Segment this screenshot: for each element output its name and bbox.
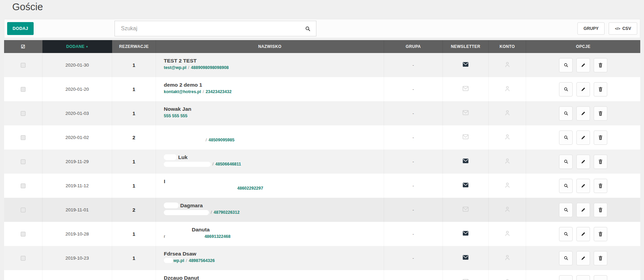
account-person-icon xyxy=(505,158,510,165)
row-checkbox[interactable] xyxy=(21,159,25,164)
row-checkbox[interactable] xyxy=(21,135,25,140)
magnifier-icon xyxy=(563,63,569,68)
row-checkbox[interactable] xyxy=(21,183,25,188)
preview-button[interactable] xyxy=(559,203,573,217)
table-row: 2019-10-281 Danutar 48691322468- xyxy=(4,222,640,246)
preview-button[interactable] xyxy=(559,155,573,169)
guest-contact: wp.pl/48987564326 xyxy=(164,258,215,264)
edit-button[interactable] xyxy=(576,275,590,280)
delete-button[interactable] xyxy=(594,179,607,193)
contact-separator: / xyxy=(186,65,191,70)
row-checkbox[interactable] xyxy=(21,111,25,116)
delete-button[interactable] xyxy=(594,130,607,145)
column-header-grupa[interactable]: GRUPA xyxy=(384,40,443,53)
row-checkbox[interactable] xyxy=(21,256,25,261)
contact-value[interactable]: kontakt@hotres.pl xyxy=(164,89,201,94)
edit-button[interactable] xyxy=(576,130,590,145)
checkbox-checked-icon[interactable]: ☑ xyxy=(21,44,25,49)
cell-group: - xyxy=(384,77,443,101)
contact-value[interactable]: 48509095985 xyxy=(208,138,234,142)
preview-button[interactable] xyxy=(559,179,573,193)
select-all-header[interactable]: ☑ xyxy=(4,40,42,53)
trash-icon xyxy=(598,63,603,68)
account-person-icon xyxy=(505,206,510,214)
delete-button[interactable] xyxy=(594,155,607,169)
account-person-icon xyxy=(505,182,510,190)
delete-button[interactable] xyxy=(594,275,607,280)
edit-button[interactable] xyxy=(576,106,590,121)
groups-button[interactable]: GRUPY xyxy=(577,22,605,35)
row-checkbox[interactable] xyxy=(21,87,25,92)
edit-button[interactable] xyxy=(576,203,590,217)
contact-separator: / xyxy=(209,210,213,215)
search-input[interactable] xyxy=(115,25,305,32)
guest-contact: 48602292297 xyxy=(164,186,263,191)
column-header-rezerwacje[interactable]: REZERWACJE xyxy=(112,40,156,53)
row-checkbox[interactable] xyxy=(21,63,25,68)
delete-button[interactable] xyxy=(594,106,607,121)
delete-button[interactable] xyxy=(594,203,607,217)
trash-icon xyxy=(598,231,603,237)
magnifier-icon xyxy=(563,111,569,116)
search-icon[interactable] xyxy=(305,26,311,32)
guest-name: I xyxy=(164,178,216,185)
edit-button[interactable] xyxy=(576,179,590,193)
preview-button[interactable] xyxy=(559,251,573,265)
column-header-opcje[interactable]: OPCJE xyxy=(526,40,640,53)
sort-asc-icon: ▲ xyxy=(86,45,88,48)
column-header-konto[interactable]: KONTO xyxy=(489,40,526,53)
cell-date-added: 2020-01-30 xyxy=(42,53,112,77)
contact-value[interactable]: 23423423432 xyxy=(206,89,231,94)
row-checkbox[interactable] xyxy=(21,232,25,237)
contact-value[interactable]: 48506646811 xyxy=(215,162,241,167)
edit-button[interactable] xyxy=(576,82,590,97)
guest-name: Dagmara xyxy=(164,202,203,209)
edit-button[interactable] xyxy=(576,251,590,265)
account-person-icon xyxy=(505,230,510,238)
delete-button[interactable] xyxy=(594,251,607,265)
table-row: 2019-11-291 Luk/48506646811- xyxy=(4,150,640,174)
contact-value[interactable]: wp.pl xyxy=(173,258,184,263)
contact-value[interactable]: 48987564326 xyxy=(189,258,214,263)
contact-value[interactable]: 555 555 555 xyxy=(164,113,188,118)
preview-button[interactable] xyxy=(559,130,573,145)
delete-button[interactable] xyxy=(594,82,607,97)
magnifier-icon xyxy=(563,231,569,237)
add-button[interactable]: DODAJ xyxy=(7,22,34,35)
preview-button[interactable] xyxy=(559,275,573,280)
cell-group: - xyxy=(384,150,443,174)
pencil-icon xyxy=(581,111,586,116)
contact-value[interactable]: 4889098098098908 xyxy=(191,65,229,70)
contact-separator: / xyxy=(204,138,208,142)
delete-button[interactable] xyxy=(594,58,607,72)
text-fragment: Fdrsea Dsaw xyxy=(164,251,196,257)
edit-button[interactable] xyxy=(576,58,590,72)
cell-reservation-count: 2 xyxy=(112,125,156,150)
account-person-icon xyxy=(505,134,510,141)
preview-button[interactable] xyxy=(559,227,573,241)
cell-reservation-count: 1 xyxy=(112,101,156,125)
account-person-icon xyxy=(505,255,510,262)
cell-group: - xyxy=(384,174,443,198)
delete-button[interactable] xyxy=(594,227,607,241)
column-header-dodane[interactable]: DODANE▲ xyxy=(42,40,112,53)
edit-button[interactable] xyxy=(576,227,590,241)
preview-button[interactable] xyxy=(559,106,573,121)
redaction-mark xyxy=(164,227,190,232)
contact-separator: / xyxy=(201,89,205,94)
csv-export-button[interactable]: </> CSV xyxy=(609,22,637,35)
row-checkbox[interactable] xyxy=(21,208,25,212)
cell-guest: /48509095985 xyxy=(156,125,384,150)
trash-icon xyxy=(598,135,603,140)
column-header-newsletter[interactable]: NEWSLETTER xyxy=(443,40,489,53)
cell-group: - xyxy=(384,125,443,150)
contact-value[interactable]: 48790226312 xyxy=(213,210,239,215)
preview-button[interactable] xyxy=(559,58,573,72)
contact-value[interactable]: 48691322468 xyxy=(203,234,230,239)
edit-button[interactable] xyxy=(576,155,590,169)
contact-value[interactable]: test@wp.pl xyxy=(164,65,186,70)
contact-value[interactable]: 48602292297 xyxy=(237,186,263,191)
table-row: 2019-10-231Fdrsea Dsawwp.pl/48987564326- xyxy=(4,246,640,270)
column-header-nazwisko[interactable]: NAZWISKO xyxy=(156,40,384,53)
preview-button[interactable] xyxy=(559,82,573,97)
